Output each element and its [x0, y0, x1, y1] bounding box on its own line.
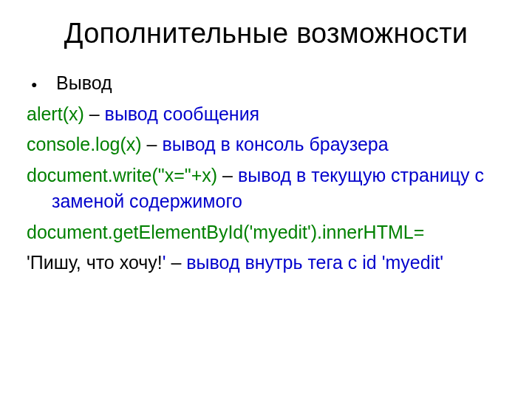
desc-innerhtml: вывод внутрь тега с id 'myedit': [186, 252, 443, 273]
line-alert: alert(x) – вывод сообщения: [27, 101, 505, 128]
slide-body: ● Вывод alert(x) – вывод сообщения conso…: [27, 70, 505, 276]
dash: –: [217, 165, 238, 185]
dash: –: [166, 252, 187, 273]
code-alert: alert(x): [27, 103, 84, 124]
bullet-item: ● Вывод: [27, 70, 505, 97]
code-getelementbyid: document.getElementById('myedit').innerH…: [27, 222, 424, 242]
line-documentwrite: document.write("x="+x) – вывод в текущую…: [27, 163, 505, 215]
code-documentwrite: document.write("x="+x): [27, 165, 217, 185]
line-innerhtml: 'Пишу, что хочу!' – вывод внутрь тега с …: [27, 250, 505, 276]
slide: Дополнительные возможности ● Вывод alert…: [0, 0, 532, 399]
slide-title: Дополнительные возможности: [27, 18, 505, 50]
line-getelementbyid: document.getElementById('myedit').innerH…: [27, 219, 505, 246]
dash: –: [84, 103, 105, 124]
desc-consolelog: вывод в консоль браузера: [162, 134, 388, 154]
dash: –: [142, 134, 163, 154]
bullet-text: Вывод: [56, 70, 112, 97]
code-consolelog: console.log(x): [27, 134, 142, 154]
desc-alert: вывод сообщения: [105, 103, 260, 124]
bullet-dot-icon: ●: [27, 75, 56, 94]
text-literal: 'Пишу, что хочу!: [27, 252, 163, 273]
line-consolelog: console.log(x) – вывод в консоль браузер…: [27, 132, 505, 158]
